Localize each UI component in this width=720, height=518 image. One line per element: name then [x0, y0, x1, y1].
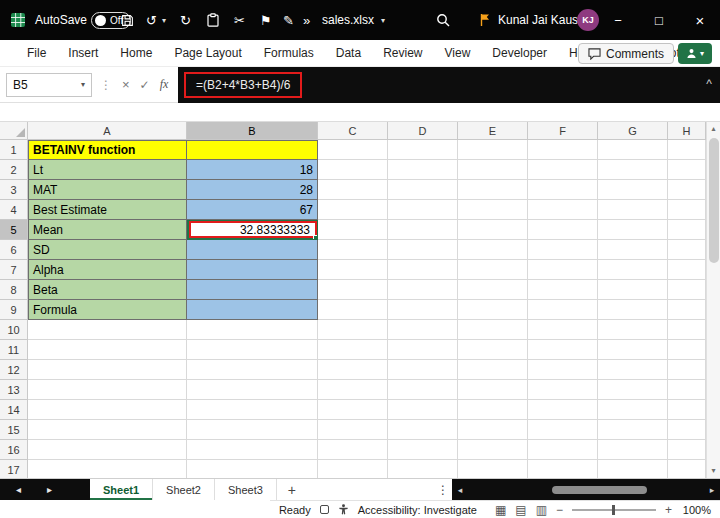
column-header-g[interactable]: G	[598, 122, 668, 140]
cell-h2[interactable]	[668, 160, 706, 180]
cell-h5[interactable]	[668, 220, 706, 240]
sheet-tab-sheet3[interactable]: Sheet3	[215, 479, 277, 500]
cell-a4[interactable]: Best Estimate	[28, 200, 187, 220]
cell-b4[interactable]: 67	[187, 200, 318, 220]
cell-a10[interactable]	[28, 320, 187, 340]
formula-input[interactable]: =(B2+4*B3+B4)/6	[196, 78, 290, 92]
cell-g8[interactable]	[598, 280, 668, 300]
cell-e14[interactable]	[458, 400, 528, 420]
cell-b10[interactable]	[187, 320, 318, 340]
cell-b14[interactable]	[187, 400, 318, 420]
confirm-entry-icon[interactable]: ✓	[140, 78, 150, 92]
cell-e12[interactable]	[458, 360, 528, 380]
cell-c13[interactable]	[318, 380, 388, 400]
copy-button[interactable]	[207, 0, 219, 40]
cell-d4[interactable]	[388, 200, 458, 220]
cell-g6[interactable]	[598, 240, 668, 260]
cell-d11[interactable]	[388, 340, 458, 360]
cell-e10[interactable]	[458, 320, 528, 340]
cell-g3[interactable]	[598, 180, 668, 200]
row-header-16[interactable]: 16	[0, 440, 28, 460]
cell-d12[interactable]	[388, 360, 458, 380]
cell-h6[interactable]	[668, 240, 706, 260]
cell-f1[interactable]	[528, 140, 598, 160]
cell-d9[interactable]	[388, 300, 458, 320]
column-header-f[interactable]: F	[528, 122, 598, 140]
filename-group[interactable]: sales.xlsx ▾	[322, 0, 385, 40]
row-header-12[interactable]: 12	[0, 360, 28, 380]
cell-g9[interactable]	[598, 300, 668, 320]
ribbon-tab-data[interactable]: Data	[325, 40, 372, 67]
cell-e16[interactable]	[458, 440, 528, 460]
cell-g2[interactable]	[598, 160, 668, 180]
ribbon-tab-file[interactable]: File	[16, 40, 57, 67]
minimize-button[interactable]: −	[598, 0, 638, 40]
column-header-d[interactable]: D	[388, 122, 458, 140]
cell-h13[interactable]	[668, 380, 706, 400]
cell-b8[interactable]	[187, 280, 318, 300]
sheet-tab-sheet1[interactable]: Sheet1	[90, 479, 153, 500]
page-layout-view-icon[interactable]: ▤	[515, 504, 526, 516]
sheet-nav-right-icon[interactable]: ▸	[47, 484, 52, 495]
name-box[interactable]: B5 ▾	[6, 73, 92, 97]
cell-f6[interactable]	[528, 240, 598, 260]
cell-a16[interactable]	[28, 440, 187, 460]
cell-e5[interactable]	[458, 220, 528, 240]
cell-e2[interactable]	[458, 160, 528, 180]
h-scroll-left-icon[interactable]: ◂	[452, 485, 468, 495]
cell-f16[interactable]	[528, 440, 598, 460]
cell-b16[interactable]	[187, 440, 318, 460]
page-break-view-icon[interactable]: ▥	[536, 504, 547, 516]
vertical-scroll-thumb[interactable]	[709, 138, 719, 263]
cell-f10[interactable]	[528, 320, 598, 340]
cell-f13[interactable]	[528, 380, 598, 400]
cell-h9[interactable]	[668, 300, 706, 320]
cell-g15[interactable]	[598, 420, 668, 440]
cell-b1[interactable]	[187, 140, 318, 160]
cell-f11[interactable]	[528, 340, 598, 360]
cell-a12[interactable]	[28, 360, 187, 380]
cell-g4[interactable]	[598, 200, 668, 220]
cell-h1[interactable]	[668, 140, 706, 160]
cell-a1[interactable]: BETAINV function	[28, 140, 187, 160]
flag-button[interactable]: ⚑	[260, 0, 272, 40]
cell-g11[interactable]	[598, 340, 668, 360]
cut-button[interactable]: ✂	[234, 0, 245, 40]
cell-c8[interactable]	[318, 280, 388, 300]
cell-b13[interactable]	[187, 380, 318, 400]
horizontal-scrollbar[interactable]: ◂ ▸	[452, 479, 720, 500]
cell-a11[interactable]	[28, 340, 187, 360]
column-header-h[interactable]: H	[668, 122, 706, 140]
cell-g1[interactable]	[598, 140, 668, 160]
cell-c12[interactable]	[318, 360, 388, 380]
zoom-out-icon[interactable]: −	[556, 503, 563, 517]
row-header-3[interactable]: 3	[0, 180, 28, 200]
column-header-c[interactable]: C	[318, 122, 388, 140]
cell-g5[interactable]	[598, 220, 668, 240]
row-header-13[interactable]: 13	[0, 380, 28, 400]
row-header-17[interactable]: 17	[0, 460, 28, 478]
row-header-5[interactable]: 5	[0, 220, 28, 240]
cell-b9[interactable]	[187, 300, 318, 320]
cell-c1[interactable]	[318, 140, 388, 160]
cell-g14[interactable]	[598, 400, 668, 420]
row-header-14[interactable]: 14	[0, 400, 28, 420]
formula-bar-drag-dots-icon[interactable]: ⋮	[100, 78, 112, 92]
select-all-corner[interactable]	[0, 122, 28, 140]
ribbon-tab-developer[interactable]: Developer	[481, 40, 558, 67]
cell-a15[interactable]	[28, 420, 187, 440]
column-header-b[interactable]: B	[187, 122, 318, 140]
cell-d15[interactable]	[388, 420, 458, 440]
ribbon-tab-page-layout[interactable]: Page Layout	[163, 40, 252, 67]
excel-app-icon[interactable]	[10, 0, 26, 40]
cell-h7[interactable]	[668, 260, 706, 280]
cell-f2[interactable]	[528, 160, 598, 180]
search-button[interactable]	[436, 0, 450, 40]
cell-e3[interactable]	[458, 180, 528, 200]
cell-f14[interactable]	[528, 400, 598, 420]
cell-g13[interactable]	[598, 380, 668, 400]
draw-button[interactable]: ✎	[283, 0, 294, 40]
cell-d13[interactable]	[388, 380, 458, 400]
cancel-entry-icon[interactable]: ×	[122, 77, 130, 92]
cell-h16[interactable]	[668, 440, 706, 460]
